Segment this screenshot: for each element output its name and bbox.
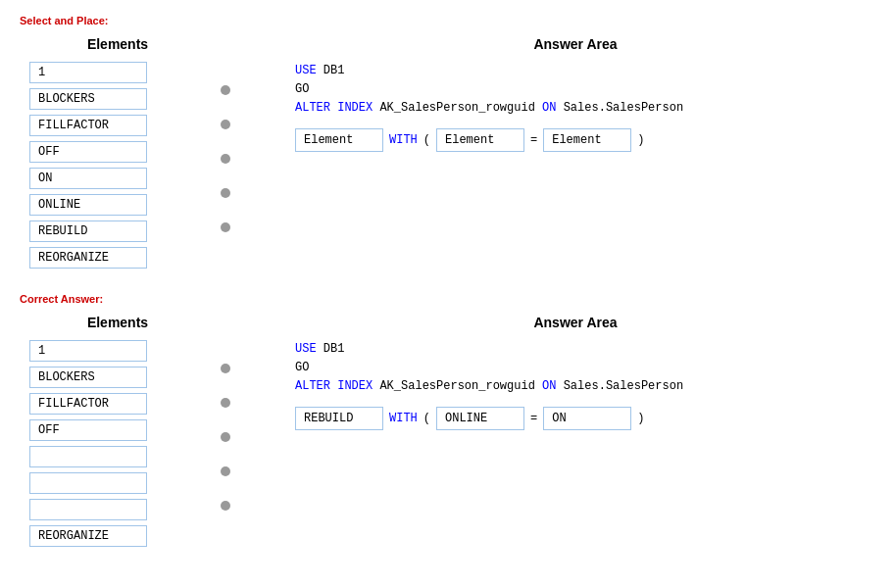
dot-5 xyxy=(221,222,230,232)
with-keyword-1: WITH xyxy=(389,133,418,147)
page-container: Select and Place: Elements 1 BLOCKERS FI… xyxy=(0,0,895,586)
empty-item-2 xyxy=(29,472,147,494)
quiz-section-1: Elements 1 BLOCKERS FILLFACTOR OFF ON ON… xyxy=(20,36,875,273)
code-line-use-2: USE DB1 xyxy=(295,340,856,359)
code-line-alter-2: ALTER INDEX AK_SalesPerson_rowguid ON Sa… xyxy=(295,377,856,396)
paren-close-2: ) xyxy=(637,412,644,425)
element-item-1[interactable]: 1 xyxy=(29,62,147,83)
element-item-fillfactor-2: FILLFACTOR xyxy=(29,393,147,415)
dot-column-1 xyxy=(216,36,235,232)
answer-box-1a[interactable]: Element xyxy=(295,128,383,152)
dot-2-1 xyxy=(221,364,230,373)
paren-open-2: ( xyxy=(423,412,430,425)
dot-2-2 xyxy=(221,398,230,408)
element-item-rebuild-1[interactable]: REBUILD xyxy=(29,220,147,242)
element-item-blockers-2: BLOCKERS xyxy=(29,367,147,388)
correct-answer-label: Correct Answer: xyxy=(20,293,875,305)
code-block-1: USE DB1 GO ALTER INDEX AK_SalesPerson_ro… xyxy=(295,62,856,119)
answer-row-1: Element WITH ( Element = Element ) xyxy=(295,128,856,152)
code-line-alter-1: ALTER INDEX AK_SalesPerson_rowguid ON Sa… xyxy=(295,99,856,118)
empty-item-3 xyxy=(29,499,147,520)
select-and-place-label: Select and Place: xyxy=(20,15,875,26)
dot-2-5 xyxy=(221,501,230,511)
dot-2-3 xyxy=(221,432,230,442)
element-item-fillfactor-1[interactable]: FILLFACTOR xyxy=(29,115,147,136)
dot-3 xyxy=(221,154,230,164)
elements-title-2: Elements xyxy=(29,315,206,330)
paren-open-1: ( xyxy=(423,133,430,147)
code-line-go-1: GO xyxy=(295,80,856,99)
dots-divider-1 xyxy=(216,36,275,273)
answer-box-1b[interactable]: Element xyxy=(436,128,524,152)
answer-row-2: REBUILD WITH ( ONLINE = ON ) xyxy=(295,407,856,430)
dots-divider-2 xyxy=(216,315,275,552)
answer-box-2c: ON xyxy=(543,407,631,430)
empty-item-1 xyxy=(29,446,147,467)
element-item-1-2: 1 xyxy=(29,340,147,362)
element-item-off-1[interactable]: OFF xyxy=(29,141,147,163)
answer-box-1c[interactable]: Element xyxy=(543,128,631,152)
equals-2: = xyxy=(530,412,537,425)
dot-column-2 xyxy=(216,315,235,511)
element-item-online-1[interactable]: ONLINE xyxy=(29,194,147,216)
element-item-blockers-1[interactable]: BLOCKERS xyxy=(29,88,147,110)
element-item-reorganize-2: REORGANIZE xyxy=(29,525,147,547)
element-item-off-2: OFF xyxy=(29,419,147,441)
paren-close-1: ) xyxy=(637,133,644,147)
answer-panel-1: Answer Area USE DB1 GO ALTER INDEX AK_Sa… xyxy=(275,36,875,273)
element-item-on-1[interactable]: ON xyxy=(29,168,147,189)
elements-panel-2: Elements 1 BLOCKERS FILLFACTOR OFF REORG… xyxy=(20,315,216,552)
kw-use-2: USE xyxy=(295,342,317,356)
elements-panel-1: Elements 1 BLOCKERS FILLFACTOR OFF ON ON… xyxy=(20,36,216,273)
answer-panel-2: Answer Area USE DB1 GO ALTER INDEX AK_Sa… xyxy=(275,315,875,552)
with-keyword-2: WITH xyxy=(389,412,418,425)
code-line-use-1: USE DB1 xyxy=(295,62,856,80)
code-block-2: USE DB1 GO ALTER INDEX AK_SalesPerson_ro… xyxy=(295,340,856,397)
answer-title-2: Answer Area xyxy=(295,315,856,330)
dot-2 xyxy=(221,120,230,129)
dot-1 xyxy=(221,85,230,95)
element-item-reorganize-1[interactable]: REORGANIZE xyxy=(29,247,147,269)
answer-title-1: Answer Area xyxy=(295,36,856,52)
answer-box-2a: REBUILD xyxy=(295,407,383,430)
code-line-go-2: GO xyxy=(295,359,856,377)
kw-use-1: USE xyxy=(295,64,317,77)
dot-2-4 xyxy=(221,466,230,476)
answer-box-2b: ONLINE xyxy=(436,407,524,430)
quiz-section-2: Elements 1 BLOCKERS FILLFACTOR OFF REORG… xyxy=(20,315,875,552)
elements-title-1: Elements xyxy=(29,36,206,52)
dot-4 xyxy=(221,188,230,198)
equals-1: = xyxy=(530,133,537,147)
